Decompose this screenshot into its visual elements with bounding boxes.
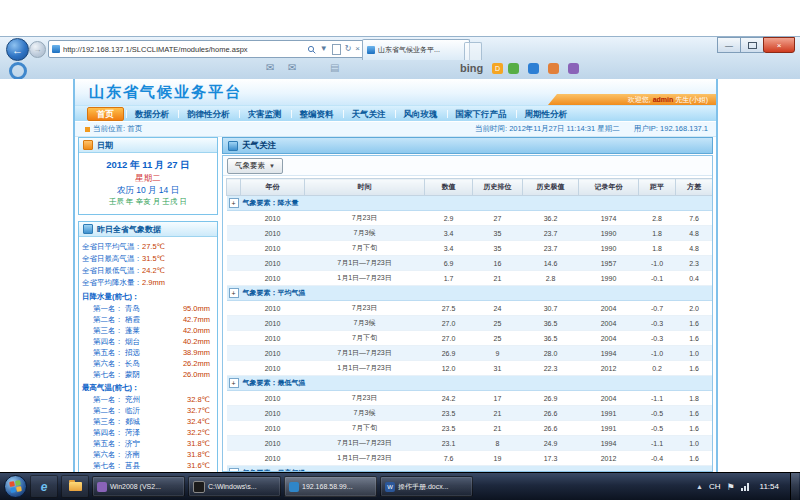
table-row[interactable]: 2010 7月下旬 27.0 25 36.5 2004 -0.3 1.6 <box>227 331 713 346</box>
back-button[interactable]: ← <box>6 38 29 61</box>
services-icon[interactable] <box>568 63 579 74</box>
section-header-row[interactable]: + 气象要素：最低气温 <box>227 376 713 391</box>
messenger-icon[interactable] <box>508 63 519 74</box>
section-header-row[interactable]: + 气象要素：平均气温 <box>227 286 713 301</box>
hidden-icons-caret[interactable]: ▲ <box>696 483 703 490</box>
data-grid-icon <box>83 224 93 234</box>
close-button[interactable]: × <box>763 37 795 53</box>
network-icon[interactable] <box>741 483 749 491</box>
expand-icon[interactable]: + <box>229 288 239 298</box>
table-row[interactable]: 2010 7月1日—7月23日 26.9 9 28.0 1994 -1.0 1.… <box>227 346 713 361</box>
bing-badge-icon[interactable]: D <box>492 63 503 74</box>
contacts-icon[interactable] <box>528 63 539 74</box>
cell-year: 2010 <box>241 256 305 271</box>
share-icon[interactable] <box>548 63 559 74</box>
cell-rank: 21 <box>473 421 523 436</box>
breadcrumb: 当前位置: 首页 <box>85 124 142 134</box>
nav-item[interactable]: 数据分析 <box>126 107 178 121</box>
language-indicator[interactable]: CH <box>709 482 721 491</box>
nav-item[interactable]: 天气关注 <box>343 107 395 121</box>
table-row[interactable]: 2010 7月23日 24.2 17 26.9 2004 -1.1 1.8 <box>227 391 713 406</box>
element-filter-button[interactable]: 气象要素 ▼ <box>227 158 283 174</box>
cell-period: 7月1日—7月23日 <box>305 436 425 451</box>
nav-item[interactable]: 韵律性分析 <box>178 107 239 121</box>
column-header[interactable]: 方差 <box>676 179 713 196</box>
minimize-button[interactable]: — <box>717 37 741 53</box>
page-tool-icon[interactable]: ▤ <box>330 63 339 73</box>
table-row[interactable]: 2010 7月下旬 3.4 35 23.7 1990 1.8 4.8 <box>227 241 713 256</box>
cell-extreme: 26.6 <box>523 421 579 436</box>
table-row[interactable]: 2010 7月1日—7月23日 6.9 16 14.6 1957 -1.0 2.… <box>227 256 713 271</box>
nav-item[interactable]: 首页 <box>87 107 124 121</box>
lunar-date: 农历 10 月 14 日 <box>83 184 213 196</box>
table-row[interactable]: 2010 7月23日 27.5 24 30.7 2004 -0.7 2.0 <box>227 301 713 316</box>
show-desktop-button[interactable] <box>790 473 799 500</box>
url-text[interactable]: http://192.168.137.1/SLCCLIMATE/modules/… <box>63 45 304 54</box>
cell-period: 7月下旬 <box>305 331 425 346</box>
browser-chrome: ← → http://192.168.137.1/SLCCLIMATE/modu… <box>0 36 800 80</box>
taskbar-ie-icon[interactable]: e <box>30 475 58 498</box>
table-row[interactable]: 2010 7月3候 27.0 25 36.5 2004 -0.3 1.6 <box>227 316 713 331</box>
column-header[interactable]: 历史排位 <box>473 179 523 196</box>
table-row[interactable]: 2010 1月1日—7月23日 12.0 31 22.3 2012 0.2 1.… <box>227 361 713 376</box>
nav-item[interactable]: 风向玫瑰 <box>395 107 447 121</box>
nav-item[interactable]: 周期性分析 <box>516 107 577 121</box>
tab-title[interactable]: 山东省气候业务平... <box>378 45 440 55</box>
cell-anomaly: -0.1 <box>639 271 676 286</box>
forward-button[interactable]: → <box>29 41 46 58</box>
rank-item: 第五名： 济宁 31.8℃ <box>82 438 214 449</box>
new-tab-button[interactable] <box>464 42 482 60</box>
cell-record-year: 1994 <box>579 346 639 361</box>
table-row[interactable]: 2010 7月下旬 23.5 21 26.6 1991 -0.5 1.6 <box>227 421 713 436</box>
nav-item[interactable]: 整编资料 <box>291 107 343 121</box>
bing-logo[interactable]: bing <box>460 62 483 74</box>
taskbar-explorer-icon[interactable] <box>61 475 89 498</box>
table-row[interactable]: 2010 7月3候 23.5 21 26.6 1991 -0.5 1.6 <box>227 406 713 421</box>
cell-extreme: 2.8 <box>523 271 579 286</box>
taskbar-window-button[interactable]: 192.168.58.99... <box>284 476 377 497</box>
cell-record-year: 1990 <box>579 226 639 241</box>
table-row[interactable]: 2010 7月23日 2.9 27 36.2 1974 2.8 7.6 <box>227 211 713 226</box>
expand-icon[interactable]: + <box>229 378 239 388</box>
maximize-button[interactable] <box>740 37 764 53</box>
clock[interactable]: 11:54 <box>760 482 779 491</box>
taskbar-window-button[interactable]: 操作手册.docx... <box>380 476 473 497</box>
table-row[interactable]: 2010 1月1日—7月23日 7.6 19 17.3 2012 -0.4 1.… <box>227 451 713 466</box>
refresh-icon[interactable]: ↻ <box>345 45 352 53</box>
stop-icon[interactable]: × <box>355 45 360 53</box>
mail-icon-2[interactable]: ✉ <box>288 63 296 73</box>
cell-variance: 4.8 <box>676 241 713 256</box>
nav-item[interactable]: 灾害监测 <box>239 107 291 121</box>
table-section: + 气象要素：最低气温 2010 7月23日 <box>227 376 713 466</box>
taskbar-window-button[interactable]: C:\Windows\s... <box>188 476 281 497</box>
compatibility-view-icon[interactable] <box>332 44 341 55</box>
cell-rank: 31 <box>473 361 523 376</box>
autocomplete-dropdown-icon[interactable]: ▼ <box>320 45 328 53</box>
column-header[interactable]: 年份 <box>241 179 305 196</box>
column-header[interactable]: 距平 <box>639 179 676 196</box>
cell-year: 2010 <box>241 211 305 226</box>
taskbar-window-button[interactable]: Win2008 (VS2... <box>92 476 185 497</box>
nav-item[interactable]: 国家下行产品 <box>447 107 516 121</box>
column-header[interactable]: 数值 <box>425 179 473 196</box>
column-header[interactable]: 记录年份 <box>579 179 639 196</box>
cell-year: 2010 <box>241 271 305 286</box>
mail-icon[interactable]: ✉ <box>266 63 274 73</box>
table-row[interactable]: 2010 7月1日—7月23日 23.1 8 24.9 1994 -1.1 1.… <box>227 436 713 451</box>
action-center-icon[interactable]: ⚑ <box>726 482 734 492</box>
column-header[interactable]: 时间 <box>305 179 425 196</box>
toolbar-logo-icon[interactable] <box>9 62 27 80</box>
section-title: 气象要素：降水量 <box>241 196 713 211</box>
browser-tab[interactable]: 山东省气候业务平... <box>362 39 470 60</box>
table-row[interactable]: 2010 7月3候 3.4 35 23.7 1990 1.8 4.8 <box>227 226 713 241</box>
start-button[interactable] <box>4 475 27 498</box>
cell-period: 1月1日—7月23日 <box>305 271 425 286</box>
address-bar[interactable]: http://192.168.137.1/SLCCLIMATE/modules/… <box>48 40 364 58</box>
cell-record-year: 1957 <box>579 256 639 271</box>
table-row[interactable]: 2010 1月1日—7月23日 1.7 21 2.8 1990 -0.1 0.4 <box>227 271 713 286</box>
search-icon[interactable] <box>307 45 316 54</box>
section-header-row[interactable]: + 气象要素：降水量 <box>227 196 713 211</box>
cell-variance: 1.6 <box>676 331 713 346</box>
column-header[interactable]: 历史极值 <box>523 179 579 196</box>
expand-icon[interactable]: + <box>229 198 239 208</box>
